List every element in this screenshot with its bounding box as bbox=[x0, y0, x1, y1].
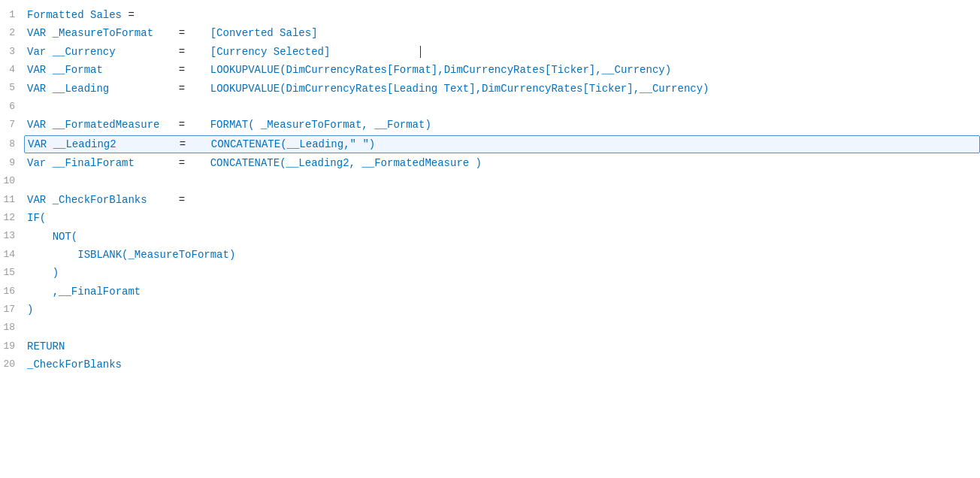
line-number-20: 20 bbox=[0, 357, 24, 373]
line-content-19: RETURN bbox=[24, 338, 980, 355]
line-content-5: VAR __Leading = LOOKUPVALUE(DimCurrencyR… bbox=[24, 80, 980, 97]
code-line-6: 6 bbox=[0, 98, 980, 116]
code-line-17: 17) bbox=[0, 301, 980, 319]
line-number-1: 1 bbox=[0, 8, 24, 23]
code-line-12: 12IF( bbox=[0, 209, 980, 227]
line-number-11: 11 bbox=[0, 192, 24, 208]
line-number-10: 10 bbox=[0, 174, 24, 189]
line-number-4: 4 bbox=[0, 62, 24, 78]
line-number-15: 15 bbox=[0, 265, 24, 281]
code-line-15: 15 ) bbox=[0, 264, 980, 282]
line-number-9: 9 bbox=[0, 156, 24, 171]
line-content-6 bbox=[24, 98, 980, 115]
line-content-7: VAR __FormatedMeasure = FORMAT( _Measure… bbox=[24, 116, 980, 133]
line-content-1: Formatted Sales = bbox=[24, 7, 980, 23]
code-line-7: 7VAR __FormatedMeasure = FORMAT( _Measur… bbox=[0, 116, 980, 134]
code-editor[interactable]: 1Formatted Sales =2VAR _MeasureToFormat … bbox=[0, 0, 980, 478]
line-number-5: 5 bbox=[0, 80, 24, 96]
code-line-19: 19RETURN bbox=[0, 337, 980, 355]
line-number-13: 13 bbox=[0, 228, 24, 244]
line-content-12: IF( bbox=[24, 210, 980, 226]
code-line-16: 16 ,__FinalForamt bbox=[0, 283, 980, 301]
code-line-13: 13 NOT( bbox=[0, 228, 980, 246]
line-number-3: 3 bbox=[0, 44, 24, 60]
line-content-4: VAR __Format = LOOKUPVALUE(DimCurrencyRa… bbox=[24, 62, 980, 78]
line-content-3: Var __Currency = [Currency Selected] bbox=[24, 44, 980, 60]
line-content-14: ISBLANK(_MeasureToFormat) bbox=[24, 247, 980, 263]
code-line-1: 1Formatted Sales = bbox=[0, 6, 980, 24]
line-content-10 bbox=[24, 174, 980, 190]
line-content-16: ,__FinalForamt bbox=[24, 283, 980, 300]
code-line-11: 11VAR _CheckForBlanks = bbox=[0, 191, 980, 209]
text-cursor bbox=[420, 46, 421, 58]
line-number-18: 18 bbox=[0, 320, 24, 336]
line-number-14: 14 bbox=[0, 247, 24, 263]
code-line-2: 2VAR _MeasureToFormat = [Converted Sales… bbox=[0, 24, 980, 42]
line-number-17: 17 bbox=[0, 302, 24, 318]
code-line-4: 4VAR __Format = LOOKUPVALUE(DimCurrencyR… bbox=[0, 61, 980, 79]
line-content-8: VAR __Leading2 = CONCATENATE(__Leading,"… bbox=[24, 135, 980, 153]
code-line-3: 3Var __Currency = [Currency Selected] bbox=[0, 43, 980, 61]
line-content-13: NOT( bbox=[24, 228, 980, 245]
line-number-6: 6 bbox=[0, 99, 24, 115]
line-number-2: 2 bbox=[0, 26, 24, 41]
line-content-11: VAR _CheckForBlanks = bbox=[24, 192, 980, 208]
line-content-9: Var __FinalForamt = CONCATENATE(__Leadin… bbox=[24, 155, 980, 171]
line-number-19: 19 bbox=[0, 339, 24, 355]
line-number-12: 12 bbox=[0, 210, 24, 226]
line-content-2: VAR _MeasureToFormat = [Converted Sales] bbox=[24, 25, 980, 41]
line-content-20: _CheckForBlanks bbox=[24, 356, 980, 373]
code-line-9: 9Var __FinalForamt = CONCATENATE(__Leadi… bbox=[0, 154, 980, 172]
line-number-16: 16 bbox=[0, 284, 24, 300]
code-line-20: 20_CheckForBlanks bbox=[0, 355, 980, 374]
line-number-8: 8 bbox=[0, 137, 24, 153]
line-number-7: 7 bbox=[0, 117, 24, 133]
line-content-18 bbox=[24, 320, 980, 337]
code-line-10: 10 bbox=[0, 173, 980, 191]
line-content-15: ) bbox=[24, 265, 980, 281]
code-line-5: 5VAR __Leading = LOOKUPVALUE(DimCurrency… bbox=[0, 80, 980, 98]
code-line-8: 8VAR __Leading2 = CONCATENATE(__Leading,… bbox=[0, 135, 980, 154]
code-line-18: 18 bbox=[0, 319, 980, 337]
code-line-14: 14 ISBLANK(_MeasureToFormat) bbox=[0, 246, 980, 264]
line-content-17: ) bbox=[24, 301, 980, 318]
